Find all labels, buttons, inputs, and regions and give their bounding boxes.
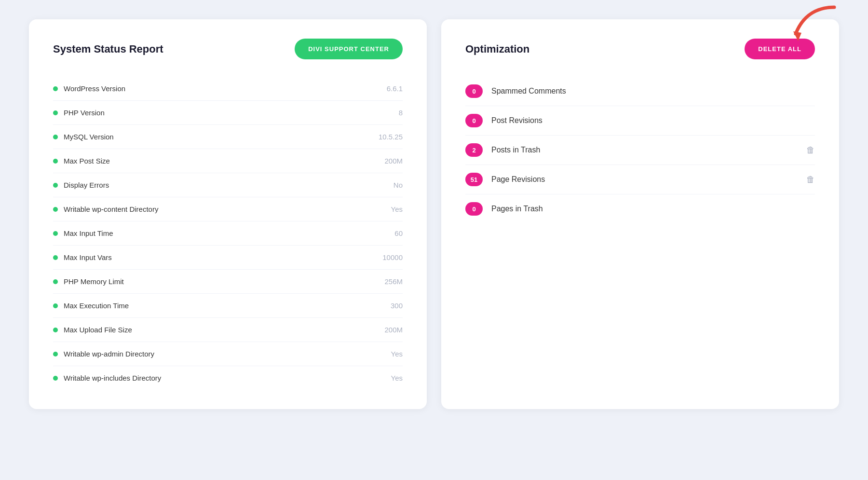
status-row: Display Errors No	[53, 173, 403, 197]
status-value: Yes	[391, 205, 403, 213]
opt-row: 0 Spammed Comments	[465, 77, 815, 106]
status-label: Max Post Size	[53, 157, 110, 165]
status-row: Max Post Size 200M	[53, 149, 403, 173]
status-label-text: Max Execution Time	[64, 302, 129, 310]
status-row: Max Execution Time 300	[53, 294, 403, 318]
status-label: Writable wp-content Directory	[53, 205, 158, 213]
opt-row: 51 Page Revisions 🗑	[465, 165, 815, 194]
status-row: Writable wp-includes Directory Yes	[53, 366, 403, 390]
status-dot	[53, 86, 58, 91]
status-row: PHP Memory Limit 256M	[53, 270, 403, 294]
opt-badge: 2	[465, 143, 483, 157]
status-value: Yes	[391, 374, 403, 382]
status-value: 200M	[384, 326, 403, 334]
status-value: 10000	[382, 253, 403, 261]
status-label-text: Max Upload File Size	[64, 326, 132, 334]
status-row: Writable wp-admin Directory Yes	[53, 342, 403, 366]
status-value: 200M	[384, 157, 403, 165]
status-label: PHP Memory Limit	[53, 277, 124, 286]
opt-label-text: Spammed Comments	[491, 87, 815, 96]
status-label-text: Max Input Time	[64, 229, 113, 237]
trash-icon[interactable]: 🗑	[806, 175, 815, 185]
status-row: Writable wp-content Directory Yes	[53, 197, 403, 221]
trash-icon[interactable]: 🗑	[806, 145, 815, 155]
status-label: Max Input Vars	[53, 253, 112, 261]
status-label: Writable wp-admin Directory	[53, 350, 154, 358]
status-label-text: MySQL Version	[64, 133, 114, 141]
opt-label-text: Pages in Trash	[491, 205, 815, 213]
opt-row: 0 Pages in Trash	[465, 194, 815, 223]
opt-row: 0 Post Revisions	[465, 106, 815, 136]
opt-label-text: Post Revisions	[491, 116, 815, 125]
status-value: 6.6.1	[387, 84, 403, 93]
opt-rows-container: 0 Spammed Comments 0 Post Revisions 2 Po…	[465, 77, 815, 223]
status-label-text: Writable wp-includes Directory	[64, 374, 161, 382]
status-dot	[53, 110, 58, 115]
status-label: Writable wp-includes Directory	[53, 374, 161, 382]
system-status-card: System Status Report DIVI SUPPORT CENTER…	[29, 19, 427, 409]
status-value: No	[393, 181, 403, 189]
status-label-text: PHP Version	[64, 109, 105, 117]
status-label: Max Input Time	[53, 229, 113, 237]
status-label: MySQL Version	[53, 133, 114, 141]
status-row: Max Input Time 60	[53, 221, 403, 246]
status-label: Max Execution Time	[53, 302, 129, 310]
status-row: PHP Version 8	[53, 101, 403, 125]
opt-label-text: Posts in Trash	[491, 146, 798, 154]
delete-all-button[interactable]: DELETE ALL	[745, 39, 815, 59]
opt-label-text: Page Revisions	[491, 175, 798, 184]
status-label: PHP Version	[53, 109, 105, 117]
status-row: Max Input Vars 10000	[53, 246, 403, 270]
card-header-right: Optimization DELETE ALL	[465, 39, 815, 59]
opt-badge: 51	[465, 173, 483, 186]
status-dot	[53, 207, 58, 212]
status-value: 60	[394, 229, 403, 237]
opt-row: 2 Posts in Trash 🗑	[465, 136, 815, 165]
status-label: WordPress Version	[53, 84, 125, 93]
opt-badge: 0	[465, 202, 483, 216]
optimization-title: Optimization	[465, 43, 529, 55]
status-value: 10.5.25	[379, 133, 403, 141]
status-label-text: Display Errors	[64, 181, 109, 189]
status-dot	[53, 159, 58, 164]
status-label-text: Max Post Size	[64, 157, 110, 165]
status-label: Max Upload File Size	[53, 326, 132, 334]
status-label: Display Errors	[53, 181, 109, 189]
status-label-text: Writable wp-content Directory	[64, 205, 158, 213]
status-row: Max Upload File Size 200M	[53, 318, 403, 342]
system-status-title: System Status Report	[53, 43, 163, 55]
status-label-text: Writable wp-admin Directory	[64, 350, 154, 358]
status-value: 300	[391, 302, 403, 310]
status-label-text: PHP Memory Limit	[64, 277, 124, 286]
status-value: 256M	[384, 277, 403, 286]
status-row: MySQL Version 10.5.25	[53, 125, 403, 149]
status-dot	[53, 328, 58, 332]
card-header-left: System Status Report DIVI SUPPORT CENTER	[53, 39, 403, 59]
page-wrapper: System Status Report DIVI SUPPORT CENTER…	[29, 19, 839, 409]
status-dot	[53, 231, 58, 236]
status-dot	[53, 135, 58, 139]
divi-support-button[interactable]: DIVI SUPPORT CENTER	[295, 39, 403, 59]
status-dot	[53, 303, 58, 308]
status-value: 8	[399, 109, 403, 117]
opt-badge: 0	[465, 114, 483, 127]
status-dot	[53, 376, 58, 381]
status-dot	[53, 352, 58, 357]
status-label-text: Max Input Vars	[64, 253, 112, 261]
status-dot	[53, 183, 58, 188]
optimization-card: Optimization DELETE ALL 0 Spammed Commen…	[441, 19, 839, 409]
status-value: Yes	[391, 350, 403, 358]
opt-badge: 0	[465, 84, 483, 98]
status-label-text: WordPress Version	[64, 84, 125, 93]
status-dot	[53, 279, 58, 284]
status-row: WordPress Version 6.6.1	[53, 77, 403, 101]
status-rows-container: WordPress Version 6.6.1 PHP Version 8 My…	[53, 77, 403, 390]
status-dot	[53, 255, 58, 260]
